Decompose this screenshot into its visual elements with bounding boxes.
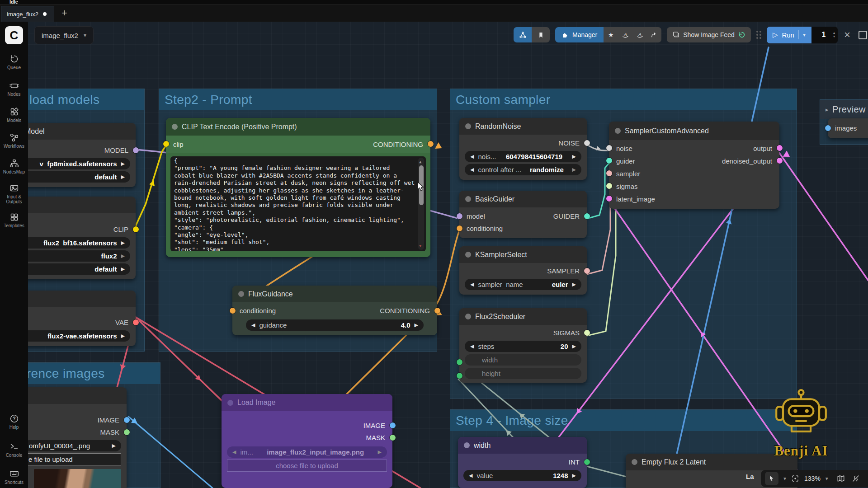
sidebar-item-templates[interactable]: Templates [0,212,28,228]
guider-output-dot[interactable] [584,213,590,219]
node-load-clip[interactable]: CLIP _flux2_bf16.safetensors flux2 defau… [9,197,136,279]
widget-model-name[interactable]: v_fp8mixed.safetensors [14,158,130,169]
decrement-arrow-icon[interactable] [470,343,474,349]
output-slot-clip[interactable]: CLIP [9,223,136,235]
group-title[interactable]: Step2 - Prompt [159,89,437,110]
output-slot-conditioning[interactable]: CONDITIONING [373,141,423,148]
tab-image-flux2[interactable]: image_flux2 [1,6,54,22]
increment-arrow-icon[interactable] [121,174,125,180]
node-header[interactable]: Empty Flux 2 Latent [626,454,797,470]
output-slot-mask[interactable]: MASK [222,432,392,444]
widget-device[interactable]: default [14,263,130,275]
model-slot-dot[interactable] [133,147,139,153]
upload-button[interactable]: e file to upload [24,453,121,465]
noise-slot-dot[interactable] [584,140,590,146]
output-slot-guider[interactable]: GUIDER [553,212,580,220]
sampler-input-dot[interactable] [606,170,612,176]
node-header[interactable]: Model [9,123,136,140]
conditioning-input-dot[interactable] [230,308,236,314]
decrement-arrow-icon[interactable] [470,167,474,173]
widget-vae-name[interactable]: flux2-vae.safetensors [14,330,130,342]
model-input-dot[interactable] [457,213,462,219]
graph-view-button[interactable] [514,27,532,42]
clip-slot-dot[interactable] [133,226,139,232]
batch-count-input[interactable]: 1 [811,27,838,43]
decrement-arrow-icon[interactable] [232,449,236,455]
zoom-level[interactable]: 133% [804,475,821,482]
sampler-slot-dot[interactable] [584,268,590,274]
new-tab-button[interactable]: + [61,8,67,19]
node-sampler-custom-advanced[interactable]: SamplerCustomAdvanced noise output guide… [609,122,779,209]
node-preview-image[interactable]: images [828,118,868,138]
sidebar-item-nodesmap[interactable]: NodesMap [0,159,28,174]
output-slot-image[interactable]: IMAGE [18,414,127,426]
guider-input-dot[interactable] [606,158,612,164]
input-slot-images[interactable]: images [828,122,868,134]
node-header[interactable]: KSamplerSelect [459,246,587,263]
output-slot-vae[interactable]: VAE [9,316,136,328]
height-input-dot[interactable] [457,373,462,379]
node-header[interactable]: CLIP Text Encode (Positive Prompt) [166,118,430,136]
output-slot-sigmas[interactable]: SIGMAS [459,327,587,339]
input-slot-clip[interactable]: clip [173,141,184,148]
stop-button[interactable] [859,31,867,39]
images-input-dot[interactable] [825,125,831,131]
input-slot-noise[interactable]: noise [616,145,632,152]
increment-arrow-icon[interactable] [112,443,116,449]
fit-view-icon[interactable] [791,474,799,483]
node-width-int[interactable]: width INT value1248 [458,437,587,488]
decrement-arrow-icon[interactable] [469,473,472,479]
increment-arrow-icon[interactable] [121,253,125,259]
sigmas-input-dot[interactable] [606,183,612,189]
custom-nodes-button-2[interactable]: A [632,27,647,42]
conditioning-output-dot[interactable] [428,141,434,147]
batch-count-stepper[interactable] [833,31,835,38]
int-slot-dot[interactable] [584,459,590,465]
collapse-arrow-icon[interactable] [826,106,829,113]
widget-clip-name[interactable]: _flux2_bf16.safetensors [14,237,130,249]
manager-button[interactable]: Manager [555,27,604,42]
group-title[interactable]: Custom sampler [450,89,797,110]
image-slot-dot[interactable] [124,417,130,423]
increment-arrow-icon[interactable] [572,167,576,173]
increment-arrow-icon[interactable] [572,473,576,479]
widget-image-file[interactable]: omfyUI_00004_.png [24,440,121,451]
output-slot-conditioning[interactable]: CONDITIONING [380,307,430,314]
image-preview-thumbnail[interactable] [34,469,121,488]
latent-output-dot[interactable] [777,145,783,151]
node-header[interactable]: width [458,437,587,454]
increment-arrow-icon[interactable] [378,449,382,455]
output-slot-int[interactable]: INT [458,456,587,468]
sidebar-item-queue[interactable]: Queue [0,54,28,70]
node-header[interactable] [18,387,127,404]
node-clip-text-encode[interactable]: CLIP Text Encode (Positive Prompt) clip … [166,118,430,257]
node-header[interactable] [9,197,136,213]
step-down-icon[interactable] [833,35,835,38]
sidebar-item-input-outputs[interactable]: Input & Outputs [0,183,28,204]
sidebar-item-console[interactable]: Console [0,442,28,458]
increment-arrow-icon[interactable] [572,343,576,349]
node-header[interactable] [9,291,136,307]
widget-image-file[interactable]: im...image_flux2_input_image.png [227,446,387,458]
favorites-button[interactable] [604,27,618,42]
widget-guidance[interactable]: guidance4.0 [246,319,424,331]
mask-slot-dot[interactable] [124,429,130,435]
share-button[interactable] [647,27,661,42]
output-slot-image[interactable]: IMAGE [222,419,392,432]
input-slot-sampler[interactable]: sampler [609,167,779,180]
node-header[interactable]: Load Image [222,394,392,411]
custom-nodes-button-1[interactable]: A [618,27,632,42]
scroll-up-icon[interactable] [419,158,421,165]
tool-chevron-icon[interactable] [783,475,786,482]
input-slot-guider[interactable]: guider [616,157,635,165]
toggle-links-icon[interactable] [852,474,860,483]
input-slot-conditioning[interactable]: conditioning [240,307,276,314]
node-basic-guider[interactable]: BasicGuider model GUIDER conditioning [459,191,587,238]
scroll-down-icon[interactable] [419,242,421,249]
clip-input-dot[interactable] [163,141,169,147]
output-slot-model[interactable]: MODEL [9,144,136,156]
zoom-chevron-icon[interactable] [826,475,828,482]
denoised-output-dot[interactable] [777,158,783,164]
node-flux2-scheduler[interactable]: Flux2Scheduler SIGMAS steps20 width heig… [459,308,587,383]
widget-steps[interactable]: steps20 [465,341,581,352]
